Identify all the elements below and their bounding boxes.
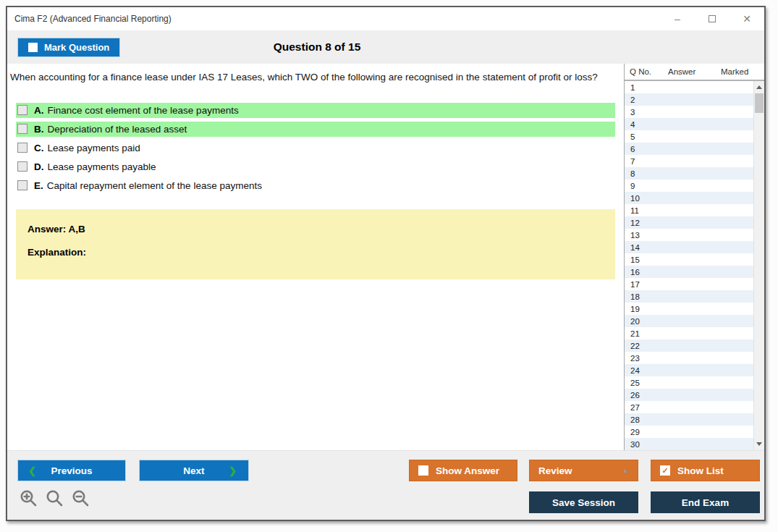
row-qno: 23: [625, 354, 662, 363]
question-list-row[interactable]: 20: [625, 315, 764, 327]
show-answer-button[interactable]: Show Answer: [409, 460, 517, 481]
option-text: Lease payments paid: [48, 143, 140, 153]
review-label: Review: [538, 465, 572, 476]
question-list-row[interactable]: 13: [625, 229, 764, 241]
option-text: Depreciation of the leased asset: [48, 124, 187, 135]
option-row[interactable]: D. Lease payments payable: [16, 159, 615, 174]
option-row[interactable]: B. Depreciation of the leased asset: [16, 122, 615, 137]
row-qno: 8: [625, 169, 662, 178]
question-list-row[interactable]: 12: [625, 216, 764, 229]
question-list-row[interactable]: 28: [625, 413, 764, 426]
row-qno: 4: [625, 120, 662, 129]
question-list-row[interactable]: 2: [625, 93, 764, 106]
scrollbar[interactable]: [753, 81, 764, 450]
question-list-row[interactable]: 29: [625, 426, 764, 438]
zoom-in-icon[interactable]: [19, 489, 38, 508]
question-list-row[interactable]: 15: [625, 253, 764, 266]
option-letter: D.: [34, 161, 44, 172]
maximize-icon: [709, 15, 716, 22]
question-list-row[interactable]: 27: [625, 401, 764, 413]
question-list-row[interactable]: 4: [625, 118, 764, 130]
option-text: Finance cost element of the lease paymen…: [48, 105, 239, 116]
next-button[interactable]: Next ❯: [139, 460, 249, 481]
content-area: When accounting for a finance lease unde…: [7, 64, 764, 450]
question-list-row[interactable]: 9: [625, 180, 764, 192]
question-list-row[interactable]: 16: [625, 266, 764, 278]
col-header-answer: Answer: [668, 67, 721, 76]
question-list-row[interactable]: 5: [625, 130, 764, 143]
row-qno: 26: [625, 391, 662, 400]
question-list-row[interactable]: 14: [625, 241, 764, 253]
end-exam-button[interactable]: End Exam: [651, 491, 760, 513]
close-button[interactable]: ✕: [730, 7, 764, 30]
magnifier-icon[interactable]: [45, 489, 64, 508]
save-session-button[interactable]: Save Session: [529, 491, 638, 513]
question-list-row[interactable]: 24: [625, 364, 764, 376]
row-qno: 22: [625, 342, 662, 350]
row-qno: 3: [625, 108, 662, 117]
question-list-row[interactable]: 6: [625, 143, 764, 155]
chevron-left-icon: ❮: [28, 465, 36, 476]
row-qno: 5: [625, 132, 662, 141]
question-list-row[interactable]: 8: [625, 167, 764, 180]
maximize-button[interactable]: [695, 7, 730, 30]
minimize-button[interactable]: –: [660, 7, 695, 30]
row-qno: 20: [625, 317, 662, 326]
question-list-row[interactable]: 22: [625, 339, 764, 352]
previous-button[interactable]: ❮ Previous: [17, 460, 126, 481]
question-list-row[interactable]: 25: [625, 376, 764, 389]
option-checkbox[interactable]: [17, 161, 28, 172]
mark-question-checkbox-icon: [28, 43, 38, 52]
row-qno: 12: [625, 219, 662, 227]
chevron-right-icon: ❯: [229, 465, 237, 476]
question-list-row[interactable]: 7: [625, 155, 764, 167]
row-qno: 28: [625, 415, 662, 424]
review-button[interactable]: Review ▲: [529, 460, 638, 481]
question-list-row[interactable]: 10: [625, 192, 764, 204]
question-list-row[interactable]: 19: [625, 303, 764, 315]
row-qno: 17: [625, 280, 662, 289]
col-header-marked: Marked: [721, 67, 764, 76]
option-text: Capital repayment element of the lease p…: [47, 180, 262, 191]
row-qno: 16: [625, 268, 662, 276]
question-list-row[interactable]: 17: [625, 278, 764, 290]
question-list-row[interactable]: 3: [625, 106, 764, 118]
question-list-row[interactable]: 1: [625, 81, 764, 93]
row-qno: 11: [625, 206, 662, 215]
option-checkbox[interactable]: [17, 143, 28, 153]
option-letter: B.: [34, 124, 44, 135]
footer-bar: ❮ Previous Next ❯: [7, 450, 764, 520]
option-row[interactable]: A. Finance cost element of the lease pay…: [16, 103, 615, 118]
question-list-sidebar: Q No. Answer Marked 1 2 3 4 5 6 7 8: [624, 64, 764, 450]
question-list-row[interactable]: 21: [625, 327, 764, 339]
question-list-header: Q No. Answer Marked: [625, 64, 764, 81]
question-text: When accounting for a finance lease unde…: [10, 71, 618, 85]
row-qno: 15: [625, 256, 662, 264]
option-checkbox[interactable]: [17, 124, 28, 134]
question-list-row[interactable]: 26: [625, 389, 764, 401]
show-list-button[interactable]: ✓ Show List: [651, 460, 760, 481]
row-qno: 9: [625, 182, 662, 190]
mark-question-button[interactable]: Mark Question: [17, 38, 120, 57]
question-list-row[interactable]: 18: [625, 290, 764, 303]
col-header-qno: Q No.: [625, 67, 668, 76]
row-qno: 10: [625, 194, 662, 203]
option-row[interactable]: E. Capital repayment element of the leas…: [16, 178, 615, 193]
option-checkbox[interactable]: [17, 180, 28, 190]
mark-question-label: Mark Question: [44, 42, 109, 53]
row-qno: 2: [625, 96, 662, 104]
scrollbar-thumb[interactable]: [755, 93, 764, 113]
options-list: A. Finance cost element of the lease pay…: [7, 103, 624, 193]
scroll-down-icon[interactable]: [754, 439, 764, 449]
row-qno: 14: [625, 243, 662, 252]
scroll-up-icon[interactable]: [754, 82, 764, 93]
row-qno: 6: [625, 145, 662, 153]
option-row[interactable]: C. Lease payments paid: [16, 140, 615, 156]
zoom-out-icon[interactable]: [71, 489, 90, 508]
question-list-row[interactable]: 23: [625, 352, 764, 364]
row-qno: 7: [625, 157, 662, 166]
option-checkbox[interactable]: [17, 105, 28, 115]
question-list-row[interactable]: 11: [625, 204, 764, 216]
question-list-row[interactable]: 30: [625, 438, 764, 450]
end-exam-label: End Exam: [682, 497, 729, 508]
